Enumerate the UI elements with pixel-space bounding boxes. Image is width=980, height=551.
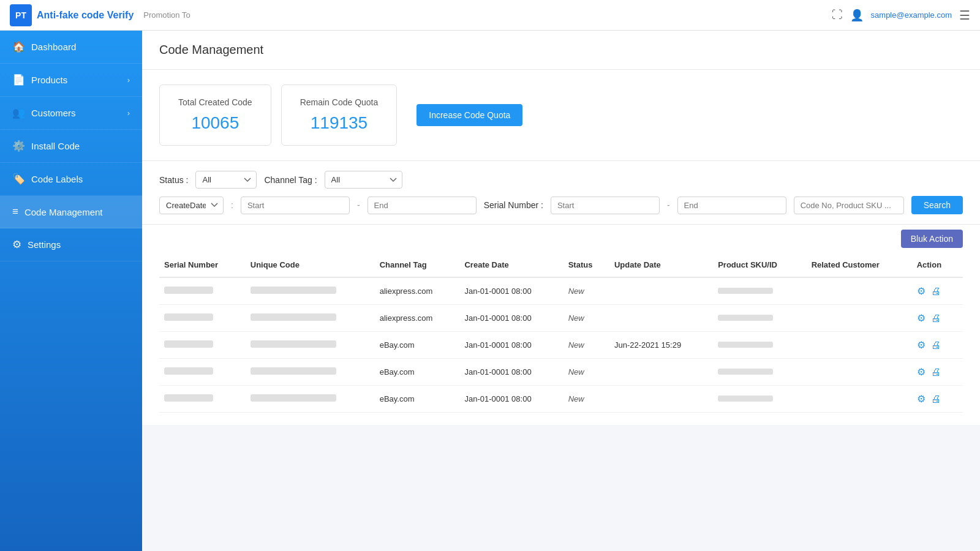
cell-status-4: New [564,386,609,413]
cell-create-date-1: Jan-01-0001 08:00 [459,305,563,332]
sidebar-item-install-code[interactable]: ⚙️ Install Code [0,130,142,163]
cell-unique-code-0 [246,277,375,305]
filter-row-2: CreateDate UpdateDate : - Serial Number … [159,196,963,214]
sidebar-item-label: Code Management [24,207,103,217]
cell-action-1: ⚙ 🖨 [912,305,963,332]
cell-create-date-3: Jan-01-0001 08:00 [459,359,563,386]
table-row: eBay.com Jan-01-0001 08:00 New ⚙ 🖨 [159,359,963,386]
main-layout: 🏠 Dashboard 📄 Products › 👥 Customers › ⚙… [0,31,980,551]
expand-icon[interactable]: ⛶ [832,9,843,21]
print-action-icon[interactable]: 🖨 [931,394,941,404]
chevron-right-icon: › [127,108,130,118]
code-labels-icon: 🏷️ [12,173,25,186]
gear-action-icon[interactable]: ⚙ [917,340,925,350]
cell-product-sku-4 [713,386,806,413]
col-update-date: Update Date [609,253,713,277]
gear-action-icon[interactable]: ⚙ [917,367,925,377]
col-action: Action [912,253,963,277]
cell-create-date-2: Jan-01-0001 08:00 [459,332,563,359]
cell-related-customer-3 [807,359,912,386]
date-type-select[interactable]: CreateDate UpdateDate [159,197,224,214]
serial-range-separator: - [667,200,670,210]
menu-icon[interactable]: ☰ [959,8,970,23]
sidebar-item-label: Customers [31,108,76,118]
sidebar-item-label: Dashboard [31,42,76,52]
install-code-icon: ⚙️ [12,140,25,152]
bulk-action-button[interactable]: Bluk Action [901,230,963,248]
sidebar-item-code-labels[interactable]: 🏷️ Code Labels [0,163,142,196]
serial-end-input[interactable] [677,197,786,214]
total-created-value: 10065 [178,113,252,133]
col-status: Status [564,253,609,277]
table-row: eBay.com Jan-01-0001 08:00 New ⚙ 🖨 [159,386,963,413]
filter-section: Status : All New Used Invalid Channel Ta… [142,161,980,225]
sidebar-item-customers[interactable]: 👥 Customers › [0,97,142,130]
header: Anti-fake code Verify Promotion To ⛶ 👤 s… [0,0,980,31]
user-email[interactable]: sample@example.com [871,10,952,20]
print-action-icon[interactable]: 🖨 [931,286,941,296]
date-start-input[interactable] [241,197,350,214]
col-product-sku: Product SKU/ID [713,253,806,277]
col-related-customer: Related Customer [807,253,912,277]
gear-action-icon[interactable]: ⚙ [917,313,925,323]
cell-update-date-4 [609,386,713,413]
remain-quota-card: Remain Code Quota 119135 [281,84,398,146]
date-range-separator: - [357,200,360,210]
sidebar-item-settings[interactable]: ⚙ Settings [0,228,142,261]
date-colon-separator: : [231,200,233,210]
gear-action-icon[interactable]: ⚙ [917,286,925,296]
cell-channel-tag-2: eBay.com [375,332,460,359]
cell-related-customer-0 [807,277,912,305]
sidebar-item-products[interactable]: 📄 Products › [0,64,142,97]
serial-start-input[interactable] [551,197,660,214]
cell-action-4: ⚙ 🖨 [912,386,963,413]
channel-select[interactable]: All aliexpress.com eBay.com [325,171,402,189]
user-icon[interactable]: 👤 [850,9,864,22]
cell-update-date-3 [609,359,713,386]
customers-icon: 👥 [12,107,25,119]
sidebar-item-dashboard[interactable]: 🏠 Dashboard [0,31,142,64]
date-end-input[interactable] [368,197,477,214]
cell-serial-1 [159,305,246,332]
cell-update-date-2: Jun-22-2021 15:29 [609,332,713,359]
cell-unique-code-3 [246,359,375,386]
code-management-table: Serial Number Unique Code Channel Tag Cr… [159,253,963,413]
cell-product-sku-2 [713,332,806,359]
table-row: aliexpress.com Jan-01-0001 08:00 New ⚙ 🖨 [159,305,963,332]
gear-action-icon[interactable]: ⚙ [917,394,925,404]
col-serial-number: Serial Number [159,253,246,277]
print-action-icon[interactable]: 🖨 [931,340,941,350]
table-row: eBay.com Jan-01-0001 08:00 New Jun-22-20… [159,332,963,359]
sidebar-item-label: Install Code [31,141,80,151]
cell-status-0: New [564,277,609,305]
cell-serial-3 [159,359,246,386]
code-management-icon: ≡ [12,206,18,218]
cell-update-date-0 [609,277,713,305]
sidebar-item-label: Products [31,75,67,85]
status-select[interactable]: All New Used Invalid [195,171,257,189]
cell-unique-code-4 [246,386,375,413]
code-search-input[interactable] [794,197,904,214]
app-logo [10,4,32,26]
main-content: Code Management Total Created Code 10065… [142,31,980,551]
print-action-icon[interactable]: 🖨 [931,367,941,377]
page-header: Code Management [142,31,980,70]
cell-update-date-1 [609,305,713,332]
sidebar-item-label: Settings [28,239,61,250]
search-button[interactable]: Search [911,196,963,214]
stats-section: Total Created Code 10065 Remain Code Quo… [142,70,980,161]
sidebar: 🏠 Dashboard 📄 Products › 👥 Customers › ⚙… [0,31,142,551]
cell-action-0: ⚙ 🖨 [912,277,963,305]
total-created-card: Total Created Code 10065 [159,84,271,146]
cell-related-customer-1 [807,305,912,332]
cell-channel-tag-0: aliexpress.com [375,277,460,305]
sidebar-item-label: Code Labels [31,174,83,184]
print-action-icon[interactable]: 🖨 [931,313,941,323]
table-row: aliexpress.com Jan-01-0001 08:00 New ⚙ 🖨 [159,277,963,305]
increase-quota-button[interactable]: Increase Code Quota [417,104,522,126]
logo-area: Anti-fake code Verify Promotion To [10,4,190,26]
cell-unique-code-1 [246,305,375,332]
cell-product-sku-1 [713,305,806,332]
table-section: Bluk Action Serial Number Unique Code Ch… [142,225,980,425]
sidebar-item-code-management[interactable]: ≡ Code Management [0,196,142,228]
